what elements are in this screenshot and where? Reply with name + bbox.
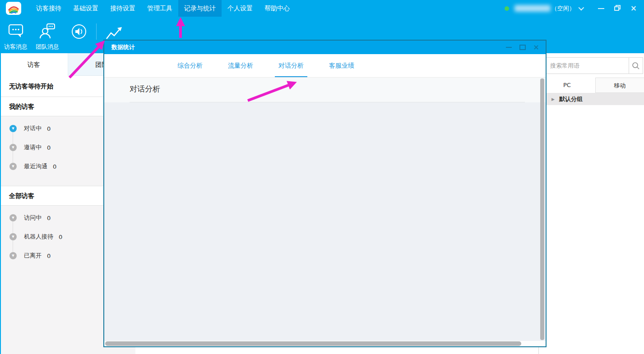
modal-titlebar[interactable]: 数据统计 × xyxy=(104,41,546,54)
item-label: 机器人接待 xyxy=(24,233,53,241)
status-chevron-down-icon[interactable] xyxy=(578,5,584,11)
top-menu-bar: 访客接待 基础设置 接待设置 管理工具 记录与统计 个人设置 帮助中心 （空闲） xyxy=(0,0,644,17)
item-count: 0 xyxy=(47,125,51,132)
modal-tabs: 综合分析 流量分析 对话分析 客服业绩 xyxy=(104,54,546,78)
item-count: 0 xyxy=(59,234,62,240)
collapse-triangle-icon: ▶ xyxy=(551,97,555,101)
expand-triangle-icon: ▼ xyxy=(9,252,17,259)
tab-mobile[interactable]: 移动 xyxy=(595,78,644,93)
item-label: 对话中 xyxy=(24,124,42,133)
item-label: 访问中 xyxy=(24,214,42,222)
expand-triangle-icon: ▼ xyxy=(9,163,17,170)
team-message-icon xyxy=(33,23,62,40)
app-logo-icon xyxy=(6,2,21,15)
header-right: （空闲） × xyxy=(505,0,644,17)
toolbar-system-messages-button[interactable] xyxy=(65,23,93,43)
menu-item-records-statistics[interactable]: 记录与统计 xyxy=(178,0,222,17)
user-name-redacted xyxy=(514,5,551,12)
window-controls: × xyxy=(598,4,637,13)
menu-item-basic-settings[interactable]: 基础设置 xyxy=(67,0,104,17)
search-icon xyxy=(632,62,640,70)
expand-triangle-icon: ▼ xyxy=(9,125,17,132)
quick-phrase-tabs: PC 移动 xyxy=(539,78,644,93)
quick-phrase-search-box xyxy=(546,57,643,74)
window-minimize-button[interactable] xyxy=(598,8,604,9)
vertical-scrollbar[interactable] xyxy=(540,78,544,340)
horizontal-scrollbar[interactable] xyxy=(105,341,521,346)
item-count: 0 xyxy=(47,144,51,151)
data-statistics-modal: 数据统计 × 综合分析 流量分析 对话分析 客服业绩 对话分析 xyxy=(103,40,547,347)
horizontal-scrollbar-track xyxy=(104,341,546,346)
menu-item-reception-settings[interactable]: 接待设置 xyxy=(104,0,141,17)
tab-agent-performance[interactable]: 客服业绩 xyxy=(324,54,359,77)
item-count: 0 xyxy=(53,163,56,170)
modal-maximize-button[interactable] xyxy=(519,45,526,50)
expand-triangle-icon: ▼ xyxy=(9,144,17,151)
modal-content-header: 对话分析 xyxy=(104,78,546,102)
chat-bubble-icon xyxy=(1,23,30,40)
window-close-button[interactable]: × xyxy=(630,5,637,12)
menu-item-personal-settings[interactable]: 个人设置 xyxy=(222,0,259,17)
tab-comprehensive-analysis[interactable]: 综合分析 xyxy=(173,54,207,77)
item-count: 0 xyxy=(47,253,51,259)
app: { "colors": { "header_cyan": "#00aaec", … xyxy=(0,0,644,354)
menu-item-help-center[interactable]: 帮助中心 xyxy=(259,0,296,17)
group-label: 默认分组 xyxy=(559,95,583,103)
expand-triangle-icon: ▼ xyxy=(9,233,17,240)
window-left-border xyxy=(0,0,1,354)
toolbar-label: 团队消息 xyxy=(33,43,62,51)
online-status-dot-icon xyxy=(505,6,509,11)
expand-triangle-icon: ▼ xyxy=(9,214,17,221)
user-status-label[interactable]: （空闲） xyxy=(551,5,575,13)
item-label: 邀请中 xyxy=(24,143,42,152)
item-label: 已离开 xyxy=(24,252,42,260)
search-input[interactable] xyxy=(547,62,629,69)
modal-window-controls: × xyxy=(506,44,539,51)
toolbar-data-statistics-button[interactable] xyxy=(104,25,126,41)
speaker-icon xyxy=(65,23,93,40)
tab-pc[interactable]: PC xyxy=(539,78,595,93)
default-group-row[interactable]: ▶ 默认分组 xyxy=(539,93,644,105)
quick-phrases-panel: PC 移动 ▶ 默认分组 xyxy=(539,53,644,354)
item-label: 最近沟通 xyxy=(24,162,47,170)
content-heading: 对话分析 xyxy=(130,84,160,94)
window-restore-button[interactable] xyxy=(614,4,621,13)
toolbar-team-messages-button[interactable]: 团队消息 xyxy=(33,23,62,51)
stats-chart-icon xyxy=(104,25,126,41)
toolbar-separator xyxy=(96,23,97,40)
toolbar-visitor-messages-button[interactable]: 访客消息 xyxy=(1,23,30,51)
modal-minimize-button[interactable] xyxy=(506,47,512,48)
sidebar-tab-visitor[interactable]: 访客 xyxy=(0,53,68,76)
menu-item-management-tools[interactable]: 管理工具 xyxy=(141,0,178,17)
tab-traffic-analysis[interactable]: 流量分析 xyxy=(223,54,258,77)
menu-item-visitor-reception[interactable]: 访客接待 xyxy=(30,0,67,17)
modal-close-button[interactable]: × xyxy=(533,44,539,51)
modal-title: 数据统计 xyxy=(111,43,135,51)
modal-content-body xyxy=(104,102,546,341)
search-button[interactable] xyxy=(629,62,643,70)
menu-items: 访客接待 基础设置 接待设置 管理工具 记录与统计 个人设置 帮助中心 xyxy=(30,0,296,17)
toolbar-label: 访客消息 xyxy=(1,43,30,51)
item-count: 0 xyxy=(47,215,51,221)
tab-conversation-analysis[interactable]: 对话分析 xyxy=(274,54,308,77)
